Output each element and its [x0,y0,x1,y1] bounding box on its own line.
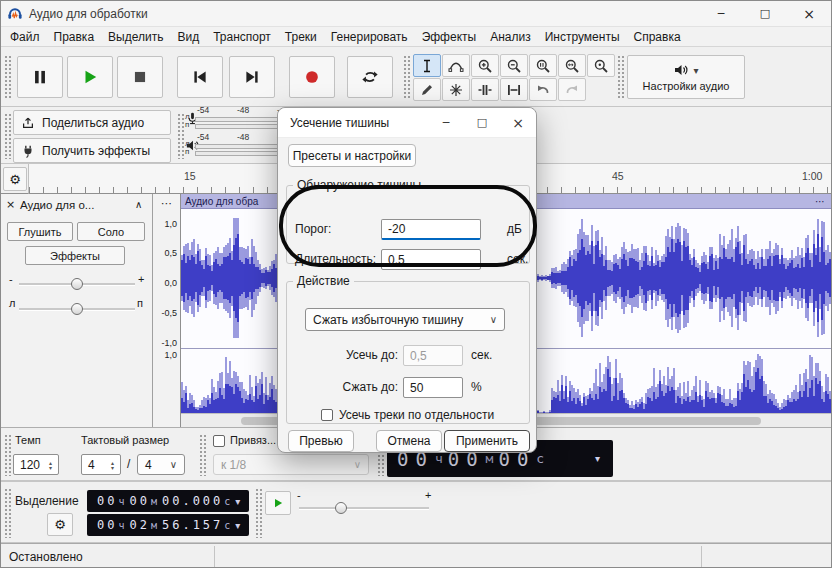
menu-analyze[interactable]: Анализ [483,30,538,44]
menu-transport[interactable]: Транспорт [206,30,278,44]
skip-to-end-button[interactable] [229,56,275,98]
mute-button[interactable]: Глушить [7,222,73,241]
envelope-icon [448,58,464,74]
menu-edit[interactable]: Правка [47,30,102,44]
dialog-close-button[interactable]: × [500,108,536,137]
time-signature-upper-value: 4 [88,458,95,472]
zoom-toggle-button[interactable] [587,54,615,77]
gain-slider[interactable] [71,278,83,290]
pause-button[interactable] [17,56,63,98]
effects-button[interactable]: Эффекты [25,246,125,265]
selection-tool-button[interactable] [413,54,441,77]
time-signature-lower-select[interactable]: 4 ∨ [137,454,185,475]
toolbar-grip[interactable] [4,55,12,99]
menu-effects[interactable]: Эффекты [415,30,484,44]
stop-button[interactable] [117,56,163,98]
toolbar-grip[interactable] [4,434,12,476]
toolbar-grip[interactable] [4,113,12,159]
compress-to-input[interactable]: 50 [403,377,463,398]
effects-label: Эффекты [50,250,100,262]
playback-meter[interactable]: ▾ л п -54 -48 - [185,138,207,153]
time-signature-upper-input[interactable]: 4 ▴▾ [81,454,121,475]
track-menu-icon[interactable]: ⋯ [161,197,172,210]
cancel-button[interactable]: Отмена [376,430,442,452]
zoom-toggle-icon [593,58,609,74]
loop-button[interactable] [347,56,393,98]
tempo-spinner[interactable]: ▴▾ [49,460,52,470]
zoom-fit-project-button[interactable] [558,54,586,77]
gain-min-label: - [9,273,13,285]
dialog-minimize-button[interactable]: ─ [428,108,464,137]
independent-tracks-checkbox[interactable] [321,409,333,421]
minimize-button[interactable]: ─ [699,1,743,26]
tempo-input[interactable]: 120 ▴▾ [13,454,59,475]
zoom-in-button[interactable] [471,54,499,77]
play-button[interactable] [67,56,113,98]
snap-checkbox[interactable] [213,435,225,447]
get-effects-button[interactable]: Получить эффекты [13,138,171,163]
toolbar-grip[interactable] [4,488,12,538]
ruler-label: 15 [184,170,196,182]
skip-to-start-button[interactable] [177,56,223,98]
audio-setup-button[interactable]: ▾ Настройки аудио [627,55,745,99]
close-button[interactable]: × [787,1,831,26]
toolbar-grip[interactable] [199,434,207,476]
time-format-chevron-icon[interactable]: ▾ [595,453,613,464]
toolbar-grip[interactable] [403,55,411,99]
redo-button[interactable] [558,78,586,101]
pan-slider[interactable] [71,303,83,315]
draw-tool-button[interactable] [413,78,441,101]
solo-button[interactable]: Соло [77,222,145,241]
play-speed-slider[interactable]: - + [297,491,433,517]
action-mode-select[interactable]: Сжать избыточную тишину ∨ [305,308,505,331]
solo-label: Соло [98,226,124,238]
compress-to-unit: % [471,380,482,394]
share-audio-button[interactable]: Поделиться аудио [13,110,171,135]
menu-help[interactable]: Справка [627,30,688,44]
toolbar-grip[interactable] [255,488,263,538]
multi-tool-button[interactable] [442,78,470,101]
dialog-maximize-button[interactable]: □ [464,108,500,137]
presets-settings-button[interactable]: Пресеты и настройки [288,144,416,167]
timeline-options-button[interactable]: ⚙ [3,167,27,191]
envelope-tool-button[interactable] [442,54,470,77]
close-track-icon[interactable]: × [6,198,15,211]
collapse-track-icon[interactable]: ∧ [135,199,142,210]
apply-label: Применить [456,434,518,448]
menu-view[interactable]: Вид [170,30,206,44]
toolbar-grip[interactable] [177,113,185,159]
zoom-selection-button[interactable] [529,54,557,77]
preview-button[interactable]: Превью [288,430,354,452]
zoom-out-button[interactable] [500,54,528,77]
undo-button[interactable] [529,78,557,101]
selection-end-display[interactable]: 00ч02м56.157с ▾ [87,514,249,536]
dialog-titlebar[interactable]: Усечение тишины ─ □ × [278,108,536,138]
selection-start-display[interactable]: 00ч00м00.000с ▾ [87,490,249,512]
maximize-button[interactable]: □ [743,1,787,26]
play-at-speed-button[interactable] [265,491,291,515]
meter-tick: -48 [237,132,249,142]
silence-selection-button[interactable] [500,78,528,101]
selection-settings-button[interactable]: ⚙ [47,513,73,536]
menu-generate[interactable]: Генерировать [324,30,415,44]
select-chevron-icon: ∨ [490,314,497,325]
end-seconds: 56.157 [162,518,223,532]
time-format-chevron-icon[interactable]: ▾ [235,496,249,507]
speed-slider-thumb[interactable] [335,502,347,514]
menu-file[interactable]: Файл [3,30,47,44]
track-name[interactable]: Аудио для о... [20,199,94,211]
time-format-chevron-icon[interactable]: ▾ [235,520,249,531]
silence-icon [506,82,522,98]
recording-meter[interactable]: ▾ л п -54 -48 - [185,111,207,126]
menu-tools[interactable]: Инструменты [538,30,627,44]
record-button[interactable] [289,56,335,98]
time-signature-spinner[interactable]: ▴▾ [111,460,114,470]
apply-button[interactable]: Применить [444,430,530,452]
trim-icon [477,82,493,98]
clip-menu-icon[interactable]: ⋯ [815,196,825,207]
trim-outside-selection-button[interactable] [471,78,499,101]
menu-select[interactable]: Выделить [101,30,170,44]
toolbar-grip[interactable] [617,55,625,99]
pan-right-label: п [137,297,143,309]
menu-tracks[interactable]: Треки [278,30,324,44]
